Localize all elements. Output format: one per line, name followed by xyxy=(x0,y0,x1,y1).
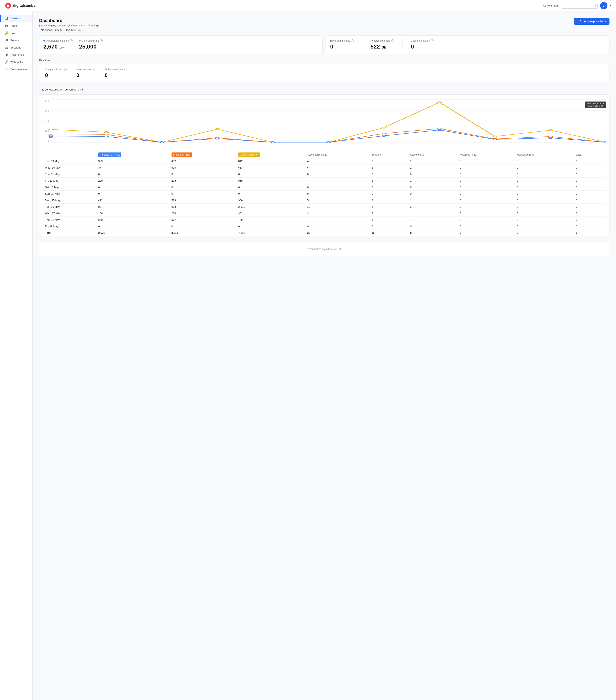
cell-total-mar: 0 xyxy=(514,230,573,236)
col-captions: Capti... xyxy=(573,152,606,158)
col-date xyxy=(42,152,96,158)
cell-mar: 0 xyxy=(514,210,573,217)
cell-mar: 0 xyxy=(514,204,573,210)
sidebar-item-dashboard[interactable]: 📊 Dashboard xyxy=(0,15,33,22)
col-recorded-mins: Recorded mins. xyxy=(457,152,514,158)
storage-info-icon[interactable]: ? xyxy=(391,39,394,42)
sidebar-item-webhooks[interactable]: 🔗 Webhooks xyxy=(0,58,33,66)
cell-s: 0 xyxy=(369,184,408,191)
team-select[interactable] xyxy=(561,3,598,9)
cell-b: 505 xyxy=(169,164,236,171)
rt-live-sessions: Live sessions ? 0 xyxy=(76,68,95,78)
stat-participation-label: Participation minutes ? xyxy=(43,39,73,42)
realtime-card: Live participants ? 0 Live sessions ? 0 … xyxy=(39,64,609,82)
cell-c: 382 xyxy=(236,210,305,217)
tooltip-inner: Inner: 1680 x 925 xyxy=(587,102,604,105)
period-selector[interactable]: This period, 09 May - 09 Jun (UTC) ▾ xyxy=(39,88,609,91)
cell-ar: 1 xyxy=(408,217,457,223)
cell-cap: 0 xyxy=(573,158,606,164)
cell-ap: 5 xyxy=(305,197,369,204)
svg-point-26 xyxy=(216,138,219,139)
sidebar-item-rooms[interactable]: 🖥 Rooms xyxy=(0,37,33,44)
cell-rm: 0 xyxy=(457,177,514,184)
cell-date: Tue, 16 May xyxy=(42,204,96,210)
cell-b: 0 xyxy=(169,184,236,191)
rt-live-sessions-value: 0 xyxy=(76,72,95,78)
avatar[interactable]: J xyxy=(600,2,607,9)
cell-date: Fri, 19 May xyxy=(42,223,96,230)
stats-card-participation: Participation minutes ? 2,670 11% Contra… xyxy=(39,36,323,54)
live-sessions-info-icon[interactable]: ? xyxy=(92,68,95,71)
cell-date: Thu, 11 May xyxy=(42,171,96,177)
y-label-700: 700 xyxy=(42,130,50,132)
cell-s: 1 xyxy=(369,217,408,223)
cell-rm: 0 xyxy=(457,164,514,171)
cell-ar: 1 xyxy=(408,210,457,217)
cell-ap: 4 xyxy=(305,177,369,184)
chart-y-labels: 2.8k 2.1k 1.4k 700 0 xyxy=(42,99,50,142)
team-select-wrapper xyxy=(561,3,598,9)
export-button[interactable]: ↑ Export usage statistics xyxy=(574,18,609,25)
captions-info-icon[interactable]: ? xyxy=(431,39,434,42)
cell-c: 663 xyxy=(236,164,305,171)
cell-ar: 0 xyxy=(408,191,457,197)
sidebar-item-recordings[interactable]: ⏺ Recordings xyxy=(0,51,33,58)
cell-mar: 0 xyxy=(514,223,573,230)
cell-b: 216 xyxy=(169,210,236,217)
cell-s: 3 xyxy=(369,164,408,171)
table-row: Wed, 17 May 186 216 382 3 2 1 0 0 0 xyxy=(42,210,606,217)
sidebar-item-label: Roles xyxy=(10,32,17,35)
cell-mar: 0 xyxy=(514,164,573,171)
col-sessions: Sessions xyxy=(369,152,408,158)
cell-ap: 0 xyxy=(305,191,369,197)
sidebar-item-roles[interactable]: 🔑 Roles xyxy=(0,29,33,37)
stat-storage-label: Recording storage ? xyxy=(370,39,394,42)
avatar-chevron-icon[interactable]: ▾ xyxy=(610,4,611,7)
cell-c: 0 xyxy=(236,184,305,191)
chart-table: Participation mins. Broadcast mins. Cons… xyxy=(42,152,606,236)
svg-point-18 xyxy=(382,133,386,134)
recordings-icon: ⏺ xyxy=(5,53,8,57)
stat-recorded-label: Recorded minutes ? xyxy=(330,39,354,42)
cell-s: 5 xyxy=(369,204,408,210)
contracted-info-icon[interactable]: ? xyxy=(100,39,103,42)
cell-ar: 1 xyxy=(408,197,457,204)
live-participants-info-icon[interactable]: ? xyxy=(64,68,67,71)
sidebar-item-team[interactable]: 👥 Team xyxy=(0,22,33,29)
svg-point-28 xyxy=(326,142,330,143)
cell-total-date: Total xyxy=(42,230,96,236)
cell-p: 0 xyxy=(96,171,169,177)
realtime-label: Real time xyxy=(39,59,609,62)
cell-p: 186 xyxy=(96,210,169,217)
table-row: Sun, 14 May 0 0 0 0 0 0 0 0 0 xyxy=(42,191,606,197)
rt-active-recordings-label: Active recordings ? xyxy=(105,68,127,71)
stats-card-inner-2: Recorded minutes ? 0 Recording storage ? xyxy=(330,39,605,50)
stat-captions: Captions minutes ? 0 xyxy=(411,39,434,50)
stat-contracted: Contracted limit ? 25,000 xyxy=(79,39,102,50)
svg-point-27 xyxy=(271,142,274,143)
cell-date: Fri, 12 May xyxy=(42,177,96,184)
recorded-info-icon[interactable]: ? xyxy=(351,39,354,42)
stat-contracted-label: Contracted limit ? xyxy=(79,39,102,42)
sidebar-item-sessions[interactable]: 💬 Sessions xyxy=(0,44,33,51)
cell-p: 353 xyxy=(96,158,169,164)
cell-total-ap: 36 xyxy=(305,230,369,236)
cell-b: 0 xyxy=(169,223,236,230)
table-row: Tue, 16 May 804 898 2,621 10 5 2 0 0 0 xyxy=(42,204,606,210)
period-selector-chevron-icon: ▾ xyxy=(82,88,83,91)
cell-cap: 0 xyxy=(573,204,606,210)
col-broadcast: Broadcast mins. xyxy=(169,152,236,158)
layout: 📊 Dashboard 👥 Team 🔑 Roles 🖥 Rooms 💬 Ses… xyxy=(0,0,616,700)
cell-p: 0 xyxy=(96,223,169,230)
export-icon: ↑ xyxy=(577,20,578,23)
export-button-label: Export usage statistics xyxy=(580,20,606,23)
chart-tooltip: Inner: 1680 x 925 Outer: 1512 x 944 xyxy=(585,101,606,108)
cell-ap: 0 xyxy=(305,171,369,177)
rt-live-participants-label: Live participants ? xyxy=(45,68,67,71)
sidebar-item-documentation[interactable]: 📄 Documentation xyxy=(0,66,33,73)
svg-point-9 xyxy=(493,136,497,137)
cell-c: 858 xyxy=(236,177,305,184)
participation-info-icon[interactable]: ? xyxy=(70,39,73,42)
active-recordings-info-icon[interactable]: ? xyxy=(125,68,127,71)
cell-ar: 0 xyxy=(408,223,457,230)
